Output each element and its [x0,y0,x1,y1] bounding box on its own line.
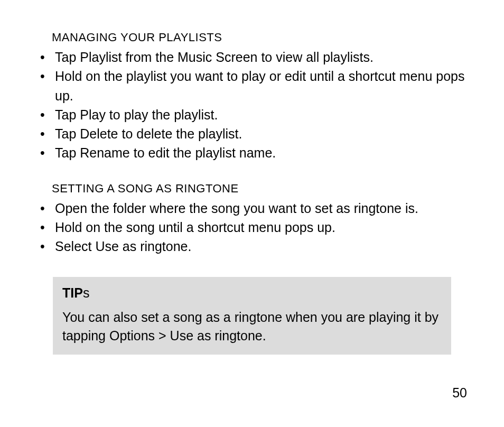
tip-title-rest: s [83,285,90,300]
tip-title-bold: TIP [62,285,83,300]
tip-box: TIPs You can also set a song as a ringto… [53,277,451,355]
section-heading: MANAGING YOUR PLAYLISTS [52,31,467,44]
bullet-list: Tap Playlist from the Music Screen to vi… [37,48,467,163]
list-item: Tap Rename to edit the playlist name. [37,143,467,162]
bullet-list: Open the folder where the song you want … [37,199,467,256]
document-page: MANAGING YOUR PLAYLISTS Tap Playlist fro… [0,0,504,427]
tip-body: You can also set a song as a ringtone wh… [62,308,442,345]
list-item: Tap Playlist from the Music Screen to vi… [37,48,467,67]
list-item: Tap Delete to delete the playlist. [37,124,467,143]
list-item: Select Use as ringtone. [37,237,467,256]
list-item: Tap Play to play the playlist. [37,105,467,124]
list-item: Open the folder where the song you want … [37,199,467,218]
section-heading: SETTING A SONG AS RINGTONE [52,182,467,196]
page-number: 50 [452,385,467,401]
list-item: Hold on the song until a shortcut menu p… [37,218,467,237]
list-item: Hold on the playlist you want to play or… [37,67,467,105]
tip-title: TIPs [62,285,442,301]
